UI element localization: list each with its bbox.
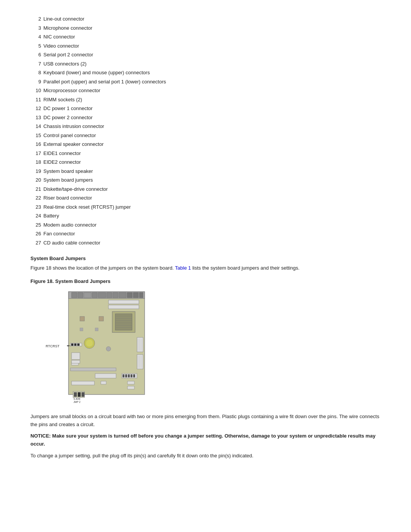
item-number: 24 bbox=[30, 212, 41, 220]
figure-label: Figure 18. System Board Jumpers bbox=[30, 278, 381, 284]
svg-rect-2 bbox=[72, 292, 77, 298]
section-heading: System Board Jumpers bbox=[30, 256, 381, 261]
svg-rect-56 bbox=[99, 316, 104, 321]
svg-rect-31 bbox=[137, 337, 143, 352]
table1-link[interactable]: Table 1 bbox=[175, 265, 191, 271]
list-item: 7USB connectors (2) bbox=[30, 60, 381, 68]
item-description: DC power 2 connector bbox=[43, 114, 92, 121]
svg-rect-62 bbox=[81, 392, 84, 397]
svg-marker-30 bbox=[67, 345, 68, 347]
list-item: 26Fan connector bbox=[30, 230, 381, 238]
item-number: 5 bbox=[30, 42, 41, 50]
list-item: 23Real-time clock reset (RTCRST) jumper bbox=[30, 203, 381, 211]
connector-list: 2Line-out connector3Microphone connector… bbox=[30, 15, 381, 246]
svg-rect-61 bbox=[78, 392, 81, 397]
svg-rect-11 bbox=[133, 292, 139, 298]
item-description: NIC connector bbox=[43, 33, 75, 41]
svg-rect-32 bbox=[137, 355, 143, 369]
intro-text-pre: Figure 18 shows the location of the jump… bbox=[30, 265, 175, 271]
list-item: 17EIDE1 connector bbox=[30, 150, 381, 157]
svg-rect-51 bbox=[72, 381, 94, 385]
item-description: CD audio cable connector bbox=[43, 239, 100, 247]
item-description: EIDE1 connector bbox=[43, 150, 81, 157]
item-number: 7 bbox=[30, 60, 41, 68]
list-item: 21Diskette/tape-drive connector bbox=[30, 185, 381, 193]
list-item: 2Line-out connector bbox=[30, 15, 381, 23]
notice-paragraph: NOTICE: Make sure your system is turned … bbox=[30, 432, 381, 448]
item-number: 6 bbox=[30, 51, 41, 59]
item-number: 4 bbox=[30, 33, 41, 41]
item-description: External speaker connector bbox=[43, 141, 104, 148]
item-number: 23 bbox=[30, 203, 41, 211]
list-item: 15Control panel connector bbox=[30, 132, 381, 139]
list-item: 24Battery bbox=[30, 212, 381, 220]
item-number: 3 bbox=[30, 24, 41, 32]
item-description: Riser board connector bbox=[43, 194, 92, 202]
item-description: DC power 1 connector bbox=[43, 105, 92, 112]
item-description: Line-out connector bbox=[43, 15, 84, 23]
item-description: Serial port 2 connector bbox=[43, 51, 93, 59]
item-description: System board speaker bbox=[43, 168, 93, 175]
item-number: 20 bbox=[30, 176, 41, 184]
item-number: 12 bbox=[30, 105, 41, 112]
svg-rect-45 bbox=[131, 374, 132, 377]
svg-rect-44 bbox=[128, 374, 130, 377]
list-item: 5Video connector bbox=[30, 42, 381, 50]
item-description: EIDE2 connector bbox=[43, 158, 81, 166]
item-number: 25 bbox=[30, 221, 41, 229]
list-item: 11RIMM sockets (2) bbox=[30, 96, 381, 104]
item-description: Control panel connector bbox=[43, 132, 96, 139]
list-item: 14Chassis intrusion connector bbox=[30, 123, 381, 130]
list-item: 20System board jumpers bbox=[30, 176, 381, 184]
item-number: 27 bbox=[30, 239, 41, 247]
svg-rect-27 bbox=[74, 343, 76, 346]
svg-rect-4 bbox=[84, 292, 91, 298]
rtcrst-label: RTCRST bbox=[46, 344, 59, 348]
list-item: 22Riser board connector bbox=[30, 194, 381, 202]
item-description: System board jumpers bbox=[43, 176, 93, 184]
svg-rect-8 bbox=[113, 292, 118, 298]
item-description: Parallel port (upper) and serial port 1 … bbox=[43, 78, 166, 86]
item-description: USB connectors (2) bbox=[43, 60, 86, 68]
list-item: 18EIDE2 connector bbox=[30, 158, 381, 166]
svg-point-24 bbox=[86, 339, 93, 347]
svg-rect-10 bbox=[127, 292, 132, 298]
svg-rect-5 bbox=[92, 292, 97, 298]
list-item: 9Parallel port (upper) and serial port 1… bbox=[30, 78, 381, 86]
list-item: 3Microphone connector bbox=[30, 24, 381, 32]
svg-rect-49 bbox=[72, 360, 80, 363]
svg-point-50 bbox=[106, 347, 111, 351]
item-number: 15 bbox=[30, 132, 41, 139]
list-item: 12DC power 1 connector bbox=[30, 105, 381, 112]
item-description: Battery bbox=[43, 212, 59, 220]
list-item: 16External speaker connector bbox=[30, 141, 381, 148]
svg-rect-39 bbox=[70, 368, 116, 371]
item-number: 18 bbox=[30, 158, 41, 166]
list-item: 6Serial port 2 connector bbox=[30, 51, 381, 59]
change-jumper-para: To change a jumper setting, pull the plu… bbox=[30, 452, 381, 460]
item-number: 16 bbox=[30, 141, 41, 148]
item-number: 9 bbox=[30, 78, 41, 86]
notice-label: NOTICE: bbox=[30, 433, 51, 439]
item-description: RIMM sockets (2) bbox=[43, 96, 82, 104]
svg-rect-55 bbox=[80, 316, 84, 321]
item-description: Keyboard (lower) and mouse (upper) conne… bbox=[43, 69, 150, 77]
item-number: 19 bbox=[30, 168, 41, 175]
list-item: 4NIC connector bbox=[30, 33, 381, 41]
svg-rect-58 bbox=[95, 328, 98, 331]
board-svg: S AVE JMP 2 bbox=[46, 288, 152, 406]
board-diagram: RTCRST bbox=[46, 288, 152, 406]
intro-text-post: lists the system board jumpers and their… bbox=[191, 265, 299, 271]
svg-text:JMP 2: JMP 2 bbox=[73, 401, 81, 403]
svg-rect-43 bbox=[125, 374, 127, 377]
svg-text:S AVE: S AVE bbox=[73, 398, 81, 400]
svg-rect-54 bbox=[101, 381, 106, 384]
svg-rect-57 bbox=[80, 328, 83, 331]
item-number: 2 bbox=[30, 15, 41, 23]
list-item: 25Modem audio connector bbox=[30, 221, 381, 229]
intro-paragraph: Figure 18 shows the location of the jump… bbox=[30, 264, 381, 272]
list-item: 10Microprocessor connector bbox=[30, 87, 381, 94]
item-description: Fan connector bbox=[43, 230, 75, 238]
svg-rect-60 bbox=[74, 392, 77, 397]
jumper-description: Jumpers are small blocks on a circuit bo… bbox=[30, 413, 381, 429]
